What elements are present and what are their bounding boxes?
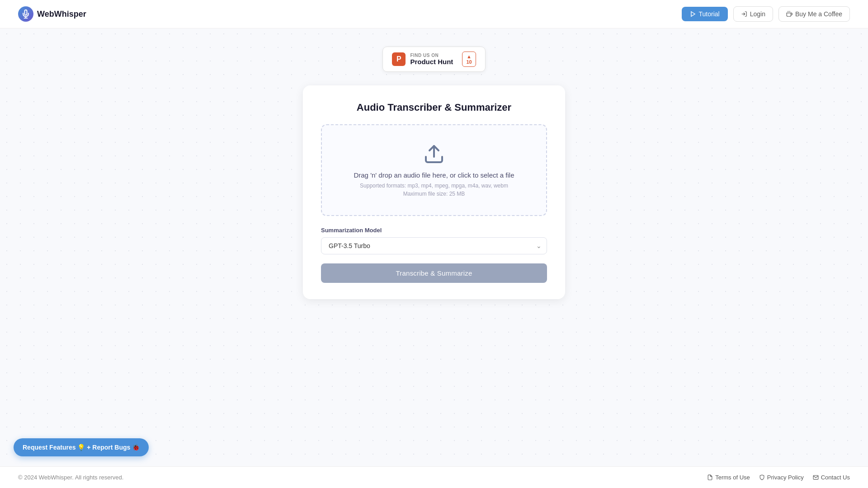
footer-copyright: © 2024 WebWhisper. All rights reserved. xyxy=(18,474,123,481)
upload-formats: Supported formats: mp3, mp4, mpeg, mpga,… xyxy=(360,183,508,189)
tutorial-button[interactable]: Tutorial xyxy=(682,7,728,21)
login-icon xyxy=(741,11,747,17)
ph-vote-arrow: ▲ xyxy=(467,54,472,59)
ph-name-label: Product Hunt xyxy=(410,58,453,66)
ph-vote-count: 10 xyxy=(466,59,472,65)
transcribe-button[interactable]: Transcribe & Summarize xyxy=(321,263,547,283)
upload-zone[interactable]: Drag 'n' drop an audio file here, or cli… xyxy=(321,124,547,216)
brand-icon xyxy=(18,6,33,22)
upload-text: Drag 'n' drop an audio file here, or cli… xyxy=(354,171,514,179)
navbar-actions: Tutorial Login Buy Me a Coffee xyxy=(682,6,850,22)
ph-text: FIND US ON Product Hunt xyxy=(410,53,453,66)
feature-request-button[interactable]: Request Features 💡 + Report Bugs 🐞 xyxy=(14,438,149,456)
footer-links: Terms of Use Privacy Policy Contact Us xyxy=(707,474,850,481)
navbar: WebWhisper Tutorial Login B xyxy=(0,0,868,28)
product-hunt-banner[interactable]: P FIND US ON Product Hunt ▲ 10 xyxy=(382,47,485,72)
shield-icon xyxy=(759,474,765,480)
login-button[interactable]: Login xyxy=(733,6,773,22)
card-title: Audio Transcriber & Summarizer xyxy=(321,102,547,113)
buy-coffee-button[interactable]: Buy Me a Coffee xyxy=(778,6,850,22)
main-content: P FIND US ON Product Hunt ▲ 10 Audio Tra… xyxy=(0,28,868,299)
main-card: Audio Transcriber & Summarizer Drag 'n' … xyxy=(303,85,565,299)
mail-icon xyxy=(813,474,819,480)
model-label: Summarization Model xyxy=(321,227,547,234)
brand-name: WebWhisper xyxy=(37,9,86,19)
footer: © 2024 WebWhisper. All rights reserved. … xyxy=(0,466,868,488)
svg-marker-2 xyxy=(691,12,694,17)
privacy-link[interactable]: Privacy Policy xyxy=(759,474,804,481)
terms-link[interactable]: Terms of Use xyxy=(707,474,750,481)
model-section: Summarization Model GPT-3.5 Turbo GPT-4 … xyxy=(321,227,547,254)
document-icon xyxy=(707,474,713,480)
ph-logo: P xyxy=(392,52,406,66)
play-icon xyxy=(690,11,696,17)
upload-icon xyxy=(423,143,445,165)
upload-size: Maximum file size: 25 MB xyxy=(403,191,465,197)
brand-logo[interactable]: WebWhisper xyxy=(18,6,86,22)
model-select-wrapper: GPT-3.5 Turbo GPT-4 GPT-4 Turbo ⌄ xyxy=(321,237,547,254)
model-select[interactable]: GPT-3.5 Turbo GPT-4 GPT-4 Turbo xyxy=(321,237,547,254)
coffee-icon xyxy=(786,11,793,17)
ph-votes-badge: ▲ 10 xyxy=(462,52,476,67)
contact-link[interactable]: Contact Us xyxy=(813,474,850,481)
ph-find-us-label: FIND US ON xyxy=(410,53,453,58)
